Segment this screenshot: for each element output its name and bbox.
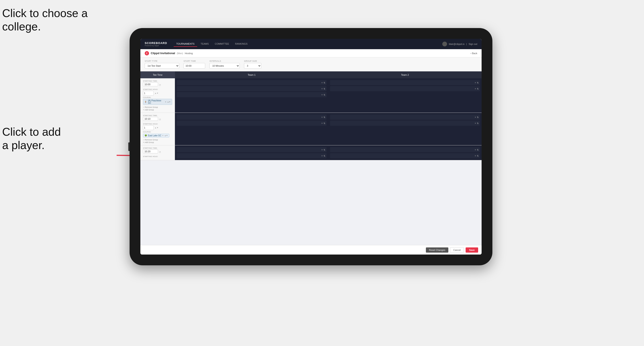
g2-team1-player2[interactable]: × ⇅ (177, 121, 326, 126)
g1-starting-hole-label: STARTING HOLE: (143, 88, 172, 90)
g2-course-tag[interactable]: 🌳 East Lake GC × ▲▼ (143, 134, 169, 137)
g3-time-icon: ⏱ (159, 151, 161, 153)
g1-team1-player1[interactable]: × ⇅ (177, 80, 326, 85)
g1-team1-player3[interactable]: × ⇅ (177, 92, 326, 97)
form-group-intervals: Intervals 10 Minutes (210, 60, 240, 69)
g3-starting-time-input[interactable] (143, 150, 158, 153)
nav-link-committee[interactable]: COMMITTEE (212, 41, 232, 47)
g1-team1-player2[interactable]: × ⇅ (177, 86, 326, 91)
g1-add-group[interactable]: + Add Group (143, 109, 172, 111)
form-group-start-time: Start Time (184, 60, 205, 69)
g3-team1-p2-arrows[interactable]: ⇅ (324, 155, 325, 157)
annotation-add-player: Click to add a player. (2, 125, 61, 152)
g2-team1-p1-x[interactable]: × (321, 116, 323, 118)
g1-team2-p2-x[interactable]: × (475, 88, 476, 90)
g2-course-remove[interactable]: × (162, 134, 164, 137)
g1-course-tag[interactable]: 🏌 (A) Peachtree GC × ▲▼ (143, 99, 172, 105)
bottom-bar: Reset Changes Cancel Save (140, 245, 482, 255)
g3-team2-p1-arrows[interactable]: ⇅ (477, 149, 478, 151)
g1-team1-p1-x[interactable]: × (321, 82, 323, 84)
g3-starting-hole-label: STARTING HOLE: (143, 156, 172, 158)
g2-team2-p2-x[interactable]: × (475, 122, 476, 125)
g1-team1-p2-x[interactable]: × (321, 88, 323, 90)
g3-team1-p2-x[interactable]: × (321, 155, 323, 157)
g3-team2-player1[interactable]: × ⇅ (330, 147, 480, 152)
intervals-select[interactable]: 10 Minutes (210, 63, 240, 69)
g1-team2-p1-x[interactable]: × (475, 82, 476, 84)
group-3-left: STARTING TIME: ⏱ STARTING HOLE: (140, 145, 175, 160)
nav-link-teams[interactable]: TEAMS (198, 41, 212, 47)
g3-team1-p1-arrows[interactable]: ⇅ (324, 149, 325, 151)
g2-team2-player2[interactable]: × ⇅ (330, 121, 480, 126)
g1-group-actions: ○ Remove Group + Add Group (143, 106, 172, 111)
g1-course-remove[interactable]: × (165, 101, 166, 103)
g2-team2-player1[interactable]: × ⇅ (330, 115, 480, 120)
g1-team2-p1-arrows[interactable]: ⇅ (477, 82, 478, 84)
nav-link-tournaments[interactable]: TOURNAMENTS (174, 41, 197, 47)
g1-starting-time-label: STARTING TIME: (143, 80, 172, 82)
g3-team1-p1-x[interactable]: × (321, 149, 323, 151)
group-size-label: Group Size (244, 60, 261, 62)
g1-team1-p1-arrows[interactable]: ⇅ (324, 82, 325, 84)
g2-starting-hole-label: STARTING HOLE: (143, 123, 172, 125)
g2-course-row: 🌳 East Lake GC × ▲▼ (143, 133, 172, 137)
g2-team1-p2-x[interactable]: × (321, 122, 323, 125)
group-size-select[interactable]: 3 (244, 63, 261, 69)
g1-starting-time-input[interactable] (143, 82, 158, 86)
g1-team2-cell: × ⇅ × ⇅ (328, 78, 482, 113)
g2-team2-p2-arrows[interactable]: ⇅ (477, 122, 478, 125)
g2-team1-player1[interactable]: × ⇅ (177, 115, 326, 120)
group-1-left: STARTING TIME: ⏱ STARTING HOLE: ▲▼ COURS… (140, 78, 175, 113)
save-button[interactable]: Save (466, 247, 478, 253)
g2-team1-p1-arrows[interactable]: ⇅ (324, 116, 325, 118)
nav-logo-sub: Powered by clippd (145, 45, 167, 47)
start-type-select[interactable]: 1st Tee Start (145, 63, 179, 69)
g1-team1-p3-x[interactable]: × (321, 94, 323, 96)
g3-team1-cell: × ⇅ × ⇅ (175, 145, 328, 160)
g1-team1-p3-arrows[interactable]: ⇅ (324, 94, 325, 96)
sub-header-logo: C (145, 51, 149, 55)
cancel-button[interactable]: Cancel (450, 247, 464, 253)
g3-team2-p2-arrows[interactable]: ⇅ (477, 155, 478, 157)
form-group-group-size: Group Size 3 (244, 60, 261, 69)
g1-team2-p2-arrows[interactable]: ⇅ (477, 88, 478, 90)
reset-changes-button[interactable]: Reset Changes (426, 247, 448, 253)
g1-course-icon: 🏌 (144, 101, 147, 103)
back-button[interactable]: ‹ Back (470, 52, 477, 55)
g2-starting-hole-input[interactable] (143, 125, 154, 130)
g2-group-actions: ○ Remove Group + Add Group (143, 139, 172, 144)
g1-remove-group[interactable]: ○ Remove Group (143, 106, 172, 108)
g2-course-name: East Lake GC (148, 134, 161, 137)
g3-team2-p2-x[interactable]: × (475, 155, 476, 157)
nav-right: blair@clippd.io | Sign out (442, 42, 477, 46)
g2-add-group[interactable]: + Add Group (143, 141, 172, 144)
nav-sign-out[interactable]: Sign out (469, 43, 477, 45)
table-header: Tee Time Team 1 Team 2 (140, 71, 482, 78)
intervals-label: Intervals (210, 60, 240, 62)
g2-team2-cell: × ⇅ × ⇅ (328, 113, 482, 145)
g2-remove-group[interactable]: ○ Remove Group (143, 139, 172, 141)
g2-team2-p1-x[interactable]: × (475, 116, 476, 118)
g3-team1-player1[interactable]: × ⇅ (177, 147, 326, 152)
g2-team2-p1-arrows[interactable]: ⇅ (477, 116, 478, 118)
g1-starting-hole-input[interactable] (143, 91, 154, 96)
g2-starting-time-label: STARTING TIME: (143, 115, 172, 117)
g3-team1-player2[interactable]: × ⇅ (177, 153, 326, 158)
g1-team2-player1[interactable]: × ⇅ (330, 80, 480, 85)
g3-team2-player2[interactable]: × ⇅ (330, 153, 480, 158)
g1-team2-player2[interactable]: × ⇅ (330, 86, 480, 91)
g1-course-label: COURSE: (143, 96, 172, 98)
start-time-input[interactable] (184, 63, 205, 69)
g2-team1-p2-arrows[interactable]: ⇅ (324, 122, 325, 125)
g1-team1-p2-arrows[interactable]: ⇅ (324, 88, 325, 90)
form-group-start-type: Start Type 1st Tee Start (145, 60, 179, 69)
g1-hole-arrows: ▲▼ (155, 92, 158, 94)
g1-course-arrows: ▲▼ (167, 101, 170, 103)
nav-avatar (442, 42, 447, 46)
g1-team1-cell: × ⇅ × ⇅ × ⇅ (175, 78, 328, 113)
sub-header-title: Clippd Invitational (151, 52, 175, 55)
nav-link-rankings[interactable]: RANKINGS (232, 41, 250, 47)
g2-starting-time-input[interactable] (143, 117, 158, 121)
g1-course-row: 🏌 (A) Peachtree GC × ▲▼ (143, 99, 172, 105)
g3-team2-p1-x[interactable]: × (475, 149, 476, 151)
